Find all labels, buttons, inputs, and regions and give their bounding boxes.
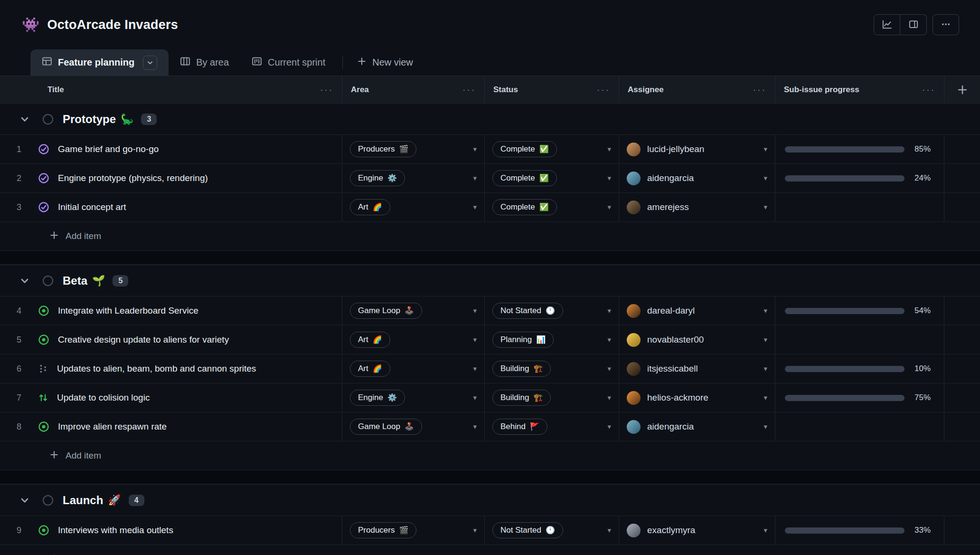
status-cell[interactable]: Behind🚩▾ <box>484 412 619 441</box>
column-menu-button[interactable]: ··· <box>320 85 333 95</box>
issue-title-link[interactable]: Improve alien respawn rate <box>58 421 167 432</box>
issue-title-link[interactable]: Creative design update to aliens for var… <box>58 335 229 345</box>
assignee-cell[interactable]: lucid-jellybean▾ <box>619 135 775 163</box>
assignee-cell[interactable]: aidengarcia▾ <box>619 412 775 441</box>
group-collapse-chevron-icon[interactable] <box>19 114 31 125</box>
tab-current-sprint[interactable]: Current sprint <box>240 49 337 76</box>
group-collapse-chevron-icon[interactable] <box>19 275 31 287</box>
column-menu-button[interactable]: ··· <box>753 85 766 95</box>
status-pill[interactable]: Building🏗️ <box>492 390 551 406</box>
tab-feature-planning[interactable]: Feature planning <box>30 49 169 76</box>
area-cell[interactable]: Game Loop🕹️▾ <box>342 297 484 325</box>
assignee-dropdown-caret-icon[interactable]: ▾ <box>763 393 767 402</box>
group-select-circle[interactable] <box>43 495 53 506</box>
area-cell[interactable]: Art🌈▾ <box>342 193 484 221</box>
assignee-cell[interactable]: itsjessicabell▾ <box>619 354 775 383</box>
area-cell[interactable]: Art🌈▾ <box>342 325 484 354</box>
status-cell[interactable]: Complete✅▾ <box>484 164 619 192</box>
status-cell[interactable]: Not Started🕛▾ <box>484 297 619 325</box>
status-pill[interactable]: Complete✅ <box>492 141 557 157</box>
status-dropdown-caret-icon[interactable]: ▾ <box>607 393 611 402</box>
status-pill[interactable]: Behind🚩 <box>492 419 547 435</box>
area-dropdown-caret-icon[interactable]: ▾ <box>473 203 477 211</box>
status-dropdown-caret-icon[interactable]: ▾ <box>607 145 611 153</box>
insights-button[interactable] <box>874 14 900 35</box>
area-dropdown-caret-icon[interactable]: ▾ <box>473 145 477 153</box>
side-panel-button[interactable] <box>900 14 927 35</box>
area-dropdown-caret-icon[interactable]: ▾ <box>473 174 477 182</box>
status-dropdown-caret-icon[interactable]: ▾ <box>607 335 611 344</box>
status-dropdown-caret-icon[interactable]: ▾ <box>607 422 611 431</box>
area-pill[interactable]: Engine⚙️ <box>350 390 405 406</box>
assignee-dropdown-caret-icon[interactable]: ▾ <box>763 526 767 535</box>
issue-title-link[interactable]: Update to colision logic <box>57 392 150 403</box>
assignee-dropdown-caret-icon[interactable]: ▾ <box>763 335 767 344</box>
status-pill[interactable]: Not Started🕛 <box>492 303 563 319</box>
status-dropdown-caret-icon[interactable]: ▾ <box>607 174 611 182</box>
assignee-dropdown-caret-icon[interactable]: ▾ <box>763 364 767 373</box>
add-item-button[interactable]: Add item <box>0 441 980 470</box>
status-dropdown-caret-icon[interactable]: ▾ <box>607 526 611 535</box>
area-dropdown-caret-icon[interactable]: ▾ <box>473 335 477 344</box>
add-item-button[interactable]: Add item <box>0 545 980 555</box>
area-pill[interactable]: Game Loop🕹️ <box>350 303 422 319</box>
issue-title-link[interactable]: Interviews with media outlets <box>58 525 173 536</box>
area-dropdown-caret-icon[interactable]: ▾ <box>473 364 477 373</box>
area-pill[interactable]: Art🌈 <box>350 361 390 377</box>
status-dropdown-caret-icon[interactable]: ▾ <box>607 306 611 315</box>
area-pill[interactable]: Producers🎬 <box>350 141 416 157</box>
column-menu-button[interactable]: ··· <box>462 85 476 95</box>
tab-by-area[interactable]: By area <box>169 49 240 76</box>
area-cell[interactable]: Producers🎬▾ <box>342 516 484 545</box>
area-pill[interactable]: Producers🎬 <box>350 522 416 538</box>
area-pill[interactable]: Engine⚙️ <box>350 170 405 186</box>
assignee-dropdown-caret-icon[interactable]: ▾ <box>763 306 767 315</box>
issue-title-link[interactable]: Game brief and go-no-go <box>58 144 159 154</box>
assignee-cell[interactable]: dareal-daryl▾ <box>619 297 775 325</box>
assignee-cell[interactable]: amerejess▾ <box>619 193 775 221</box>
issue-title-link[interactable]: Engine prototype (physics, rendering) <box>58 173 208 183</box>
new-view-button[interactable]: New view <box>349 49 422 76</box>
assignee-dropdown-caret-icon[interactable]: ▾ <box>763 174 767 182</box>
status-dropdown-caret-icon[interactable]: ▾ <box>607 203 611 211</box>
status-cell[interactable]: Planning📊▾ <box>484 325 619 354</box>
area-pill[interactable]: Art🌈 <box>350 332 390 348</box>
status-pill[interactable]: Building🏗️ <box>492 361 551 377</box>
area-dropdown-caret-icon[interactable]: ▾ <box>473 306 477 315</box>
status-cell[interactable]: Not Started🕛▾ <box>484 516 619 545</box>
group-select-circle[interactable] <box>43 276 53 286</box>
assignee-cell[interactable]: exactlymyra▾ <box>619 516 775 545</box>
group-select-circle[interactable] <box>43 114 53 124</box>
area-cell[interactable]: Game Loop🕹️▾ <box>342 412 484 441</box>
area-dropdown-caret-icon[interactable]: ▾ <box>473 393 477 402</box>
area-pill[interactable]: Art🌈 <box>350 199 390 215</box>
area-pill[interactable]: Game Loop🕹️ <box>350 419 422 435</box>
assignee-dropdown-caret-icon[interactable]: ▾ <box>763 422 767 431</box>
issue-title-link[interactable]: Updates to alien, beam, bomb and cannon … <box>57 364 256 374</box>
more-options-button[interactable] <box>933 14 959 35</box>
status-pill[interactable]: Not Started🕛 <box>492 522 563 538</box>
group-collapse-chevron-icon[interactable] <box>19 495 31 506</box>
area-cell[interactable]: Art🌈▾ <box>342 354 484 383</box>
area-dropdown-caret-icon[interactable]: ▾ <box>473 526 477 535</box>
status-pill[interactable]: Complete✅ <box>492 170 557 186</box>
assignee-dropdown-caret-icon[interactable]: ▾ <box>763 203 767 211</box>
assignee-cell[interactable]: aidengarcia▾ <box>619 164 775 192</box>
area-cell[interactable]: Engine⚙️▾ <box>342 164 484 192</box>
status-pill[interactable]: Complete✅ <box>492 199 557 215</box>
add-column-button[interactable] <box>944 76 980 103</box>
assignee-cell[interactable]: novablaster00▾ <box>619 325 775 354</box>
assignee-dropdown-caret-icon[interactable]: ▾ <box>763 145 767 153</box>
area-dropdown-caret-icon[interactable]: ▾ <box>473 422 477 431</box>
status-cell[interactable]: Building🏗️▾ <box>484 354 619 383</box>
issue-title-link[interactable]: Integrate with Leaderboard Service <box>58 306 198 316</box>
column-menu-button[interactable]: ··· <box>922 85 935 95</box>
issue-title-link[interactable]: Initial concept art <box>58 202 126 212</box>
status-cell[interactable]: Building🏗️▾ <box>484 383 619 412</box>
column-menu-button[interactable]: ··· <box>597 85 610 95</box>
view-options-caret[interactable] <box>143 56 157 70</box>
status-cell[interactable]: Complete✅▾ <box>484 193 619 221</box>
assignee-cell[interactable]: helios-ackmore▾ <box>619 383 775 412</box>
status-pill[interactable]: Planning📊 <box>492 332 554 348</box>
area-cell[interactable]: Engine⚙️▾ <box>342 383 484 412</box>
